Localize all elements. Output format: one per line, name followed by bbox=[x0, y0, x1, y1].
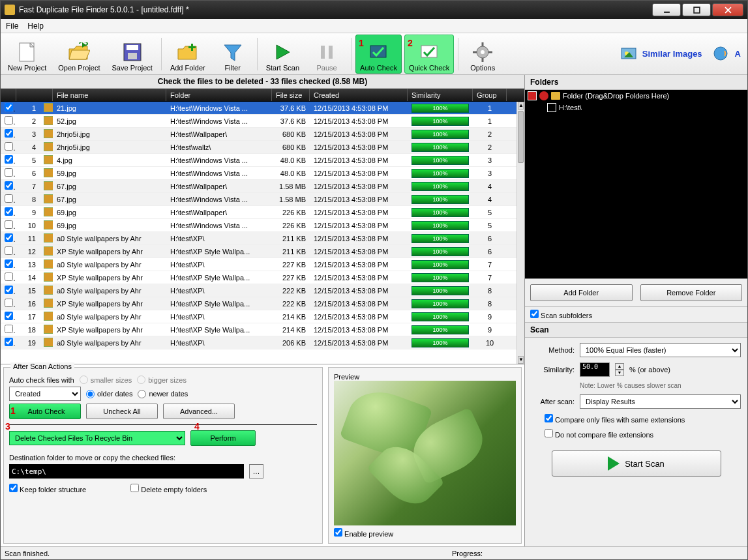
after-scan-select[interactable]: Display Results bbox=[580, 394, 741, 409]
row-checkbox[interactable] bbox=[5, 129, 13, 138]
row-checkbox[interactable] bbox=[5, 325, 13, 333]
remove-folder-button[interactable]: Remove Folder bbox=[640, 284, 743, 301]
row-checkbox[interactable] bbox=[5, 312, 13, 320]
table-row[interactable]: 11a0 Style wallpapers by AhrH:\test\XP\2… bbox=[1, 232, 516, 245]
radio-older[interactable]: older dates bbox=[86, 390, 132, 398]
table-row[interactable]: 32hrjo5i.jpgH:\test\Wallpaper\680 KB12/1… bbox=[1, 128, 516, 141]
start-scan-side-button[interactable]: Start Scan bbox=[552, 450, 721, 477]
folder-item-row[interactable]: H:\test\ bbox=[525, 102, 747, 113]
no-compare-ext-checkbox[interactable]: Do not compare file extensions bbox=[545, 429, 741, 439]
row-filename: XP Style wallpapers by Ahr bbox=[53, 300, 166, 308]
row-checkbox[interactable] bbox=[5, 181, 13, 190]
truncated-link[interactable]: A bbox=[735, 49, 741, 59]
perform-button[interactable]: Perform bbox=[190, 430, 256, 446]
table-row[interactable]: 252.jpgH:\test\Windows Vista ...37.6 KB1… bbox=[1, 115, 516, 128]
radio-bigger[interactable]: bigger sizes bbox=[137, 376, 187, 384]
table-row[interactable]: 767.jpgH:\test\Wallpaper\1.58 MB12/15/20… bbox=[1, 180, 516, 193]
menu-help[interactable]: Help bbox=[27, 22, 44, 31]
criteria-select[interactable]: Created bbox=[9, 387, 81, 401]
table-row[interactable]: 15a0 Style wallpapers by AhrH:\test\XP\2… bbox=[1, 284, 516, 297]
similarity-bar: 100% bbox=[411, 299, 469, 308]
similar-images-link[interactable]: Similar Images bbox=[642, 49, 702, 59]
check-icon[interactable] bbox=[528, 91, 537, 100]
save-project-button[interactable]: Save Project bbox=[108, 35, 157, 74]
start-scan-button[interactable]: Start Scan bbox=[262, 35, 304, 74]
auto-check-action-button[interactable]: Auto Check bbox=[9, 404, 81, 419]
add-folder-side-button[interactable]: Add Folder bbox=[530, 284, 633, 301]
row-checkbox[interactable] bbox=[5, 194, 13, 203]
similarity-spinner[interactable]: ▲▼ bbox=[615, 363, 624, 376]
table-row[interactable]: 1069.jpgH:\test\Windows Vista ...226 KB1… bbox=[1, 219, 516, 232]
quick-check-button[interactable]: 2 Quick Check bbox=[404, 35, 454, 74]
table-row[interactable]: 54.jpgH:\test\Windows Vista ...48.0 KB12… bbox=[1, 154, 516, 167]
table-row[interactable]: 42hrjo5i.jpgH:\test\wallz\680 KB12/15/20… bbox=[1, 141, 516, 154]
close-button[interactable] bbox=[712, 3, 743, 16]
row-checkbox[interactable] bbox=[5, 168, 13, 177]
menu-file[interactable]: File bbox=[6, 22, 18, 31]
dest-path-input[interactable]: C:\temp\ bbox=[9, 464, 244, 479]
table-row[interactable]: 14XP Style wallpapers by AhrH:\test\XP S… bbox=[1, 271, 516, 284]
auto-check-button[interactable]: 1 Auto Check bbox=[355, 35, 402, 74]
checkbox-icon[interactable] bbox=[547, 103, 556, 112]
col-num[interactable] bbox=[16, 89, 53, 101]
col-similarity[interactable]: Similarity bbox=[408, 89, 473, 101]
action-select[interactable]: Delete Checked Files To Recycle Bin bbox=[9, 431, 185, 445]
browse-button[interactable]: … bbox=[249, 464, 263, 479]
row-checkbox[interactable] bbox=[5, 103, 13, 111]
col-created[interactable]: Created bbox=[310, 89, 408, 101]
col-filename[interactable]: File name bbox=[53, 89, 166, 101]
table-row[interactable]: 17a0 Style wallpapers by AhrH:\test\XP\2… bbox=[1, 310, 516, 323]
method-select[interactable]: 100% Equal Files (faster) bbox=[580, 343, 741, 357]
col-group[interactable]: Group bbox=[473, 89, 507, 101]
pause-button[interactable]: Pause bbox=[307, 35, 347, 74]
delete-empty-checkbox[interactable]: Delete empty folders bbox=[130, 484, 207, 494]
table-row[interactable]: 12XP Style wallpapers by AhrH:\test\XP S… bbox=[1, 245, 516, 258]
uncheck-all-button[interactable]: Uncheck All bbox=[86, 404, 158, 419]
row-checkbox[interactable] bbox=[5, 116, 13, 125]
enable-preview-checkbox[interactable]: Enable preview bbox=[334, 528, 516, 538]
table-row[interactable]: 969.jpgH:\test\Wallpaper\226 KB12/15/201… bbox=[1, 206, 516, 219]
keep-structure-checkbox[interactable]: Keep folder structure bbox=[9, 484, 86, 494]
minimize-button[interactable] bbox=[652, 3, 681, 16]
scroll-up-icon[interactable]: ▲ bbox=[518, 102, 524, 110]
row-checkbox[interactable] bbox=[5, 220, 13, 229]
open-project-button[interactable]: Open Project bbox=[53, 35, 104, 74]
compare-ext-checkbox[interactable]: Compare only files with same extensions bbox=[545, 414, 741, 424]
row-checkbox[interactable] bbox=[5, 273, 13, 281]
col-folder[interactable]: Folder bbox=[166, 89, 272, 101]
col-check[interactable] bbox=[1, 89, 16, 101]
radio-newer[interactable]: newer dates bbox=[138, 390, 188, 398]
table-row[interactable]: 121.jpgH:\test\Windows Vista ...37.6 KB1… bbox=[1, 102, 516, 115]
scroll-thumb[interactable] bbox=[518, 111, 524, 163]
similarity-input[interactable]: 50.0 bbox=[580, 362, 610, 377]
advanced-button[interactable]: Advanced... bbox=[163, 404, 235, 419]
row-checkbox[interactable] bbox=[5, 233, 13, 242]
vertical-scrollbar[interactable]: ▲ ▼ bbox=[516, 102, 524, 364]
table-row[interactable]: 13a0 Style wallpapers by AhrH:\test\XP\2… bbox=[1, 258, 516, 271]
row-checkbox[interactable] bbox=[5, 259, 13, 268]
scan-subfolders-checkbox[interactable]: Scan subfolders bbox=[530, 312, 592, 319]
add-folder-button[interactable]: Add Folder bbox=[166, 35, 210, 74]
row-checkbox[interactable] bbox=[5, 338, 13, 346]
row-checkbox[interactable] bbox=[5, 286, 13, 294]
col-size[interactable]: File size bbox=[272, 89, 310, 101]
row-checkbox[interactable] bbox=[5, 155, 13, 164]
options-button[interactable]: Options bbox=[462, 35, 503, 74]
table-row[interactable]: 18XP Style wallpapers by AhrH:\test\XP S… bbox=[1, 323, 516, 336]
row-checkbox[interactable] bbox=[5, 207, 13, 216]
radio-smaller[interactable]: smaller sizes bbox=[80, 376, 132, 384]
row-checkbox[interactable] bbox=[5, 299, 13, 307]
table-row[interactable]: 867.jpgH:\test\Windows Vista ...1.58 MB1… bbox=[1, 193, 516, 206]
table-row[interactable]: 16XP Style wallpapers by AhrH:\test\XP S… bbox=[1, 297, 516, 310]
scroll-down-icon[interactable]: ▼ bbox=[518, 356, 524, 364]
folder-root-row[interactable]: Folder (Drag&Drop Folders Here) bbox=[525, 90, 747, 102]
new-project-button[interactable]: New Project bbox=[3, 35, 51, 74]
table-row[interactable]: 19a0 Style wallpapers by AhrH:\test\XP\2… bbox=[1, 336, 516, 349]
row-checkbox[interactable] bbox=[5, 142, 13, 151]
maximize-button[interactable] bbox=[682, 3, 711, 16]
minus-icon[interactable] bbox=[539, 91, 548, 100]
table-row[interactable]: 659.jpgH:\test\Windows Vista ...48.0 KB1… bbox=[1, 167, 516, 180]
filter-button[interactable]: Filter bbox=[213, 35, 253, 74]
folders-tree[interactable]: Folder (Drag&Drop Folders Here) H:\test\ bbox=[525, 90, 747, 279]
row-checkbox[interactable] bbox=[5, 246, 13, 255]
